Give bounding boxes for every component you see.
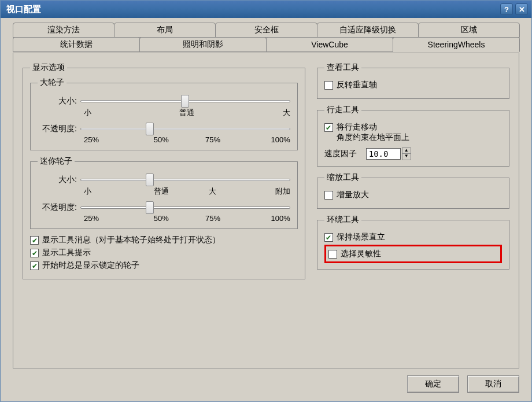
ok-button[interactable]: 确定 — [407, 375, 459, 393]
start-show-locked-checkbox[interactable] — [30, 261, 39, 270]
select-sensitivity-highlight: 选择灵敏性 — [324, 245, 502, 263]
mini-size-slider[interactable] — [80, 175, 290, 185]
display-options-legend: 显示选项 — [30, 62, 67, 73]
invert-vaxis-label: 反转垂直轴 — [337, 80, 377, 90]
big-opacity-slider[interactable] — [80, 124, 290, 134]
tick-label: 75% — [187, 135, 238, 144]
tab-adaptive-degradation[interactable]: 自适应降级切换 — [317, 23, 419, 38]
look-tool-legend: 查看工具 — [324, 62, 361, 73]
big-opacity-label: 不透明度: — [38, 124, 80, 134]
tick-label: 100% — [239, 135, 290, 144]
tick-label: 普通 — [135, 186, 187, 197]
big-wheel-group: 大轮子 大小: 小 普通 大 — [30, 78, 298, 150]
start-show-locked-label: 开始时总是显示锁定的轮子 — [42, 260, 139, 271]
big-size-label: 大小: — [38, 96, 80, 106]
tab-region[interactable]: 区域 — [418, 23, 520, 38]
mini-opacity-label: 不透明度: — [38, 202, 80, 213]
keep-upright-label: 保持场景直立 — [337, 232, 385, 242]
constrain-move-label: 将行走移动 角度约束在地平面上 — [337, 122, 409, 143]
mini-wheel-group: 迷你轮子 大小: 小 普通 大 — [30, 156, 298, 229]
keep-upright-checkbox[interactable] — [324, 233, 333, 242]
window-title: 视口配置 — [6, 4, 498, 15]
tick-label: 大 — [187, 186, 238, 197]
walk-tool-legend: 行走工具 — [324, 105, 361, 115]
look-tool-group: 查看工具 反转垂直轴 — [317, 62, 509, 99]
tick-label: 25% — [84, 214, 135, 223]
speed-factor-input[interactable] — [366, 148, 401, 160]
tick-label: 25% — [84, 135, 135, 144]
select-sensitivity-label: 选择灵敏性 — [341, 249, 381, 259]
tab-layout[interactable]: 布局 — [114, 23, 216, 38]
incremental-zoom-label: 增量放大 — [337, 190, 369, 200]
close-button[interactable]: ✕ — [515, 3, 528, 15]
speed-factor-label: 速度因子 — [324, 149, 357, 159]
incremental-zoom-checkbox[interactable] — [324, 191, 333, 200]
walk-tool-group: 行走工具 将行走移动 角度约束在地平面上 速度因子 ▲ ▼ — [317, 105, 509, 167]
orbit-tool-legend: 环绕工具 — [324, 215, 361, 225]
invert-vaxis-checkbox[interactable] — [324, 81, 333, 90]
show-tool-msg-checkbox[interactable] — [30, 236, 39, 245]
mini-size-label: 大小: — [38, 175, 80, 185]
zoom-tool-group: 缩放工具 增量放大 — [317, 172, 509, 209]
speed-factor-spinner[interactable]: ▲ ▼ — [402, 147, 411, 160]
tab-viewcube[interactable]: ViewCube — [266, 37, 393, 52]
show-tool-msg-label: 显示工具消息（对于基本轮子始终处于打开状态） — [42, 235, 220, 245]
tick-label: 普通 — [153, 108, 221, 118]
tick-label: 附加 — [239, 186, 290, 197]
tab-steeringwheels[interactable]: SteeringWheels — [393, 37, 520, 52]
tick-label: 50% — [135, 214, 187, 223]
tick-label: 100% — [239, 214, 290, 223]
constrain-move-checkbox[interactable] — [324, 123, 333, 132]
titlebar: 视口配置 ? ✕ — [1, 1, 531, 18]
select-sensitivity-checkbox[interactable] — [328, 250, 337, 259]
steeringwheels-panel: 显示选项 大轮子 大小: 小 — [13, 53, 519, 368]
tab-statistics[interactable]: 统计数据 — [13, 37, 140, 52]
tick-label: 50% — [135, 135, 187, 144]
orbit-tool-group: 环绕工具 保持场景直立 选择灵敏性 — [317, 215, 509, 270]
tab-safe-frame[interactable]: 安全框 — [215, 23, 317, 38]
big-size-slider[interactable] — [80, 96, 290, 106]
tab-lighting-shadow[interactable]: 照明和阴影 — [139, 37, 267, 52]
big-wheel-legend: 大轮子 — [38, 78, 66, 88]
spin-down-icon[interactable]: ▼ — [402, 154, 411, 160]
mini-wheel-legend: 迷你轮子 — [38, 156, 75, 167]
zoom-tool-legend: 缩放工具 — [324, 172, 361, 183]
tick-label: 小 — [84, 186, 135, 197]
help-button[interactable]: ? — [500, 3, 513, 15]
cancel-button[interactable]: 取消 — [467, 375, 519, 393]
display-options-group: 显示选项 大轮子 大小: 小 — [23, 62, 305, 279]
tick-label: 大 — [221, 108, 290, 118]
tab-render-method[interactable]: 渲染方法 — [13, 23, 114, 38]
mini-opacity-slider[interactable] — [80, 202, 290, 213]
tick-label: 小 — [84, 108, 153, 118]
show-tool-tip-checkbox[interactable] — [30, 249, 39, 257]
tick-label: 75% — [187, 214, 238, 223]
show-tool-tip-label: 显示工具提示 — [42, 248, 91, 258]
